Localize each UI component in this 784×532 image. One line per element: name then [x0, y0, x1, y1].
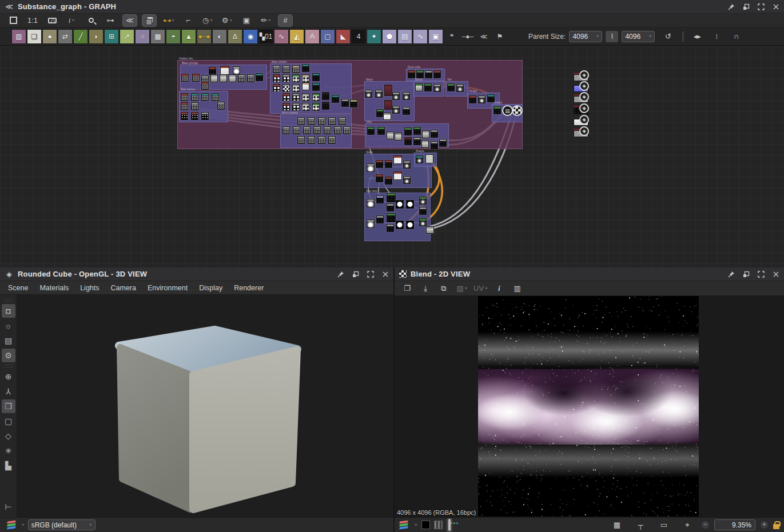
graph-node[interactable] — [302, 82, 309, 90]
graph-node[interactable] — [308, 136, 315, 144]
graph-node[interactable] — [292, 93, 300, 101]
graph-node[interactable] — [293, 126, 300, 134]
wireframe-view-icon[interactable]: ⊕ — [2, 370, 15, 383]
graph-node[interactable] — [413, 137, 421, 145]
graph-node[interactable] — [332, 95, 339, 103]
link-capture-icon[interactable]: ⊶ — [104, 15, 117, 26]
graph-node[interactable] — [220, 74, 227, 82]
graph-node[interactable] — [393, 171, 402, 180]
ruler-icon[interactable]: ┬ — [634, 519, 647, 531]
gradient-dyn-node-button[interactable]: ▤ — [397, 29, 412, 44]
graph-node[interactable] — [433, 84, 441, 92]
graph-node[interactable] — [297, 136, 305, 144]
close-panel-icon[interactable] — [773, 271, 779, 278]
float-panel-icon[interactable] — [352, 271, 359, 278]
graph-node[interactable] — [478, 95, 485, 103]
graph-node[interactable] — [419, 197, 427, 205]
graph-node[interactable] — [416, 70, 424, 78]
menu-display[interactable]: Display — [193, 284, 228, 292]
colorspace-layers-icon[interactable] — [7, 521, 17, 530]
info-icon[interactable]: i — [492, 282, 506, 295]
graph-node[interactable] — [247, 74, 254, 82]
graph-node[interactable] — [328, 136, 336, 144]
graph-node[interactable] — [282, 126, 290, 134]
graph-node[interactable] — [415, 83, 423, 91]
graph-node[interactable] — [367, 127, 375, 135]
flood-fill-node-button[interactable]: ◣ — [336, 29, 351, 44]
geometry-points-icon[interactable]: ▢ — [2, 414, 15, 428]
value-processor-node-button[interactable]: 4 — [351, 29, 366, 44]
colorspace-layers-icon[interactable] — [399, 521, 409, 530]
graph-node[interactable] — [426, 226, 434, 234]
graph-node[interactable] — [297, 117, 305, 125]
curve-dyn-node-button[interactable]: ∿ — [413, 29, 428, 44]
graph-node[interactable] — [192, 74, 200, 82]
zoom-in-button[interactable]: + — [761, 521, 768, 529]
graph-node[interactable] — [210, 74, 218, 82]
graph-node[interactable] — [282, 74, 290, 82]
channel-shuffle-node-button[interactable]: ⇄ — [58, 29, 73, 44]
graph-node[interactable] — [308, 117, 315, 125]
actual-size-icon[interactable]: 1:1 — [26, 15, 39, 26]
graph-node[interactable] — [191, 112, 198, 120]
graph-node[interactable] — [282, 103, 290, 111]
graph-node[interactable] — [421, 140, 429, 148]
graph-node[interactable] — [376, 174, 383, 182]
graph-node[interactable] — [387, 224, 394, 232]
graph-node[interactable] — [191, 102, 198, 110]
graph-node[interactable] — [419, 218, 427, 226]
graph-node[interactable] — [383, 113, 391, 120]
graph-node[interactable] — [375, 90, 383, 98]
graph-node[interactable] — [403, 107, 410, 115]
graph-node[interactable] — [328, 117, 336, 125]
graph-node[interactable] — [376, 195, 384, 203]
menu-materials[interactable]: Materials — [34, 284, 74, 292]
graph-node[interactable] — [419, 207, 427, 215]
maximize-panel-icon[interactable] — [758, 271, 765, 278]
view2d-viewport[interactable]: 4096 x 4096 (RGBA, 16bpc) — [395, 296, 784, 517]
info-icon[interactable]: i˅ — [65, 15, 78, 26]
graph-node[interactable] — [376, 215, 384, 223]
pin-panel-icon[interactable] — [337, 271, 344, 278]
graph-node[interactable] — [201, 82, 209, 90]
tiling-grid-icon[interactable]: ▦ — [610, 519, 624, 531]
graph-node[interactable] — [404, 137, 412, 145]
graph-node[interactable] — [367, 163, 375, 172]
bitmap-node-button[interactable]: ▨ — [11, 29, 26, 44]
graph-node[interactable] — [201, 112, 209, 120]
grayscale-conversion-node-button[interactable]: ▚01 — [258, 29, 273, 44]
float-panel-icon[interactable] — [743, 271, 750, 278]
graph-node[interactable] — [367, 219, 375, 228]
graph-node[interactable] — [334, 126, 341, 134]
graph-view-icon[interactable]: ≪ — [123, 15, 137, 26]
graph-node[interactable] — [392, 106, 400, 114]
float-panel-icon[interactable] — [743, 3, 750, 10]
graph-node[interactable] — [273, 65, 280, 73]
graph-node[interactable] — [384, 100, 392, 110]
final-output-node-checker[interactable] — [512, 105, 523, 116]
graph-node[interactable] — [181, 112, 188, 120]
graph-node[interactable] — [487, 94, 495, 102]
graph-node[interactable] — [350, 99, 357, 107]
environment-image-icon[interactable]: ▤ — [2, 334, 15, 347]
background-swatch[interactable] — [421, 521, 430, 529]
graph-node[interactable] — [413, 127, 421, 135]
lock-zoom-icon[interactable] — [773, 524, 779, 529]
view3d-viewport[interactable] — [17, 295, 393, 517]
graph-node[interactable] — [318, 136, 325, 144]
graph-node[interactable] — [396, 221, 404, 229]
graph-node[interactable] — [292, 74, 300, 82]
graph-node[interactable] — [292, 65, 300, 73]
fx-map-node-button[interactable]: ✦ — [367, 29, 381, 44]
save-image-icon[interactable]: ⤓ — [419, 282, 432, 295]
graph-node[interactable] — [273, 84, 280, 92]
gradient-node-button[interactable]: ◐ — [212, 29, 227, 44]
graph-node[interactable] — [404, 127, 412, 135]
graph-node[interactable] — [392, 92, 400, 100]
graph-node[interactable] — [229, 74, 236, 82]
pin-node-icon[interactable]: ⚑ — [494, 30, 506, 43]
graph-node[interactable] — [396, 200, 404, 209]
graph-node[interactable] — [341, 99, 349, 107]
normal-node-button[interactable]: ◓ — [166, 29, 181, 44]
maximize-panel-icon[interactable] — [367, 271, 374, 278]
